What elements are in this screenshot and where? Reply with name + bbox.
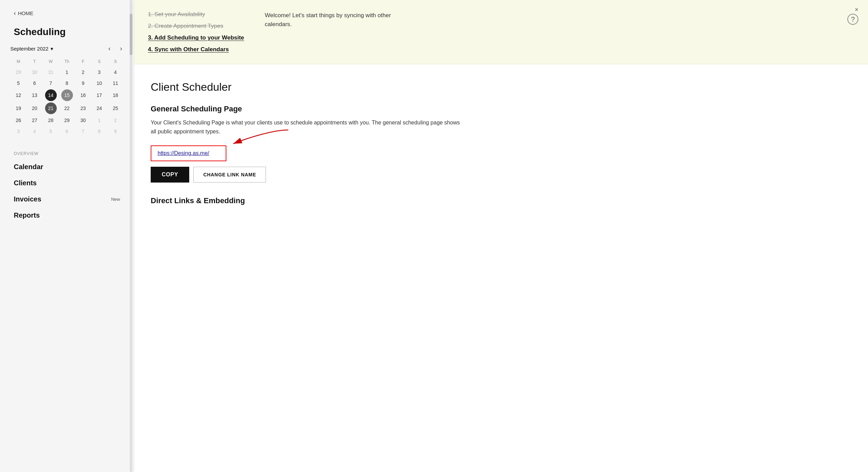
calendar-day[interactable]: 21 bbox=[45, 102, 57, 114]
calendar-weekdays: M T W Th F S S bbox=[10, 58, 124, 65]
weekday-tue: T bbox=[26, 58, 43, 65]
calendar-day[interactable]: 27 bbox=[26, 116, 43, 125]
calendar-day[interactable]: 1 bbox=[59, 67, 75, 77]
calendar-day[interactable]: 6 bbox=[26, 78, 43, 88]
calendar-day[interactable]: 29 bbox=[10, 67, 26, 77]
calendar-nav: ‹ › bbox=[107, 44, 124, 53]
back-arrow-icon: ‹ bbox=[14, 10, 16, 17]
calendar-day[interactable]: 19 bbox=[10, 102, 26, 114]
calendar-month-label[interactable]: September 2022 ▾ bbox=[10, 46, 53, 52]
calendar-day[interactable]: 9 bbox=[107, 127, 124, 136]
calendar-day[interactable]: 26 bbox=[10, 116, 26, 125]
calendar-days: 2930311234567891011121314151617181920212… bbox=[10, 67, 124, 136]
weekday-fri: F bbox=[75, 58, 91, 65]
welcome-row: 1. Set your Availability 2. Create Appoi… bbox=[148, 11, 854, 53]
url-row: https://Desing.as.me/ bbox=[151, 145, 851, 161]
scheduler-section: Client Scheduler General Scheduling Page… bbox=[134, 64, 868, 219]
calendar-day[interactable]: 17 bbox=[91, 89, 107, 101]
copy-button[interactable]: COPY bbox=[151, 167, 189, 183]
overview-label: OVERVIEW bbox=[0, 143, 134, 159]
calendar-day[interactable]: 12 bbox=[10, 89, 26, 101]
weekday-sun: S bbox=[107, 58, 124, 65]
welcome-description: Welcome! Let's start things by syncing w… bbox=[265, 11, 396, 53]
sidebar-item-calendar[interactable]: Calendar bbox=[0, 159, 134, 175]
sidebar-reports-label: Reports bbox=[14, 211, 40, 219]
sidebar-item-invoices[interactable]: Invoices New bbox=[0, 191, 134, 207]
weekday-wed: W bbox=[43, 58, 59, 65]
calendar-day[interactable]: 4 bbox=[107, 67, 124, 77]
calendar-day[interactable]: 20 bbox=[26, 102, 43, 114]
buttons-row: COPY CHANGE LINK NAME bbox=[151, 167, 851, 183]
calendar-day[interactable]: 31 bbox=[43, 67, 59, 77]
weekday-thu: Th bbox=[59, 58, 75, 65]
calendar-day[interactable]: 18 bbox=[107, 89, 124, 101]
calendar-day[interactable]: 1 bbox=[91, 116, 107, 125]
weekday-mon: M bbox=[10, 58, 26, 65]
calendar-day[interactable]: 13 bbox=[26, 89, 43, 101]
sidebar-clients-label: Clients bbox=[14, 179, 37, 187]
main-content: × ? 1. Set your Availability 2. Create A… bbox=[134, 0, 868, 472]
calendar-section: September 2022 ▾ ‹ › M T W Th F S S 2930… bbox=[0, 44, 134, 143]
general-scheduling-title: General Scheduling Page bbox=[151, 105, 851, 113]
step-1[interactable]: 1. Set your Availability bbox=[148, 11, 244, 18]
home-link[interactable]: ‹ HOME bbox=[0, 0, 134, 22]
calendar-day[interactable]: 9 bbox=[75, 78, 91, 88]
calendar-day[interactable]: 16 bbox=[75, 89, 91, 101]
calendar-day[interactable]: 5 bbox=[10, 78, 26, 88]
calendar-day[interactable]: 7 bbox=[43, 78, 59, 88]
sidebar-calendar-label: Calendar bbox=[14, 163, 43, 171]
welcome-steps: 1. Set your Availability 2. Create Appoi… bbox=[148, 11, 244, 53]
calendar-day[interactable]: 28 bbox=[43, 116, 59, 125]
sidebar-item-clients[interactable]: Clients bbox=[0, 175, 134, 191]
sidebar-scrollbar[interactable] bbox=[130, 0, 132, 472]
calendar-grid: M T W Th F S S 2930311234567891011121314… bbox=[10, 58, 124, 136]
calendar-next-button[interactable]: › bbox=[119, 44, 124, 53]
sidebar-title: Scheduling bbox=[0, 22, 134, 44]
calendar-day[interactable]: 15 bbox=[61, 89, 73, 101]
step-2[interactable]: 2. Create Appointment Types bbox=[148, 23, 244, 30]
direct-links-title: Direct Links & Embedding bbox=[151, 196, 851, 205]
chevron-down-icon: ▾ bbox=[51, 46, 53, 52]
sidebar-item-reports[interactable]: Reports bbox=[0, 207, 134, 223]
home-label: HOME bbox=[18, 10, 33, 16]
calendar-day[interactable]: 8 bbox=[59, 78, 75, 88]
calendar-day[interactable]: 8 bbox=[91, 127, 107, 136]
calendar-day[interactable]: 7 bbox=[75, 127, 91, 136]
invoices-badge: New bbox=[111, 197, 120, 202]
calendar-day[interactable]: 14 bbox=[45, 89, 57, 101]
step-3[interactable]: 3. Add Scheduling to your Website bbox=[148, 34, 244, 41]
welcome-banner: × ? 1. Set your Availability 2. Create A… bbox=[134, 0, 868, 64]
calendar-day[interactable]: 5 bbox=[43, 127, 59, 136]
calendar-day[interactable]: 30 bbox=[26, 67, 43, 77]
calendar-day[interactable]: 22 bbox=[59, 102, 75, 114]
calendar-day[interactable]: 29 bbox=[59, 116, 75, 125]
calendar-day[interactable]: 30 bbox=[75, 116, 91, 125]
calendar-day[interactable]: 23 bbox=[75, 102, 91, 114]
sidebar-invoices-label: Invoices bbox=[14, 195, 41, 203]
calendar-day[interactable]: 2 bbox=[107, 116, 124, 125]
weekday-sat: S bbox=[91, 58, 107, 65]
calendar-prev-button[interactable]: ‹ bbox=[107, 44, 112, 53]
calendar-day[interactable]: 24 bbox=[91, 102, 107, 114]
sidebar-scrollbar-thumb[interactable] bbox=[130, 14, 132, 55]
calendar-day[interactable]: 25 bbox=[107, 102, 124, 114]
scheduler-title: Client Scheduler bbox=[151, 81, 851, 94]
scheduling-url[interactable]: https://Desing.as.me/ bbox=[151, 145, 226, 161]
step-4[interactable]: 4. Sync with Other Calendars bbox=[148, 46, 244, 53]
calendar-day[interactable]: 11 bbox=[107, 78, 124, 88]
welcome-close-button[interactable]: × bbox=[855, 6, 858, 13]
general-scheduling-desc: Your Client's Scheduling Page is what yo… bbox=[151, 118, 460, 136]
calendar-day[interactable]: 4 bbox=[26, 127, 43, 136]
calendar-day[interactable]: 2 bbox=[75, 67, 91, 77]
change-link-button[interactable]: CHANGE LINK NAME bbox=[193, 167, 266, 183]
welcome-help-button[interactable]: ? bbox=[847, 14, 858, 25]
calendar-day[interactable]: 3 bbox=[91, 67, 107, 77]
calendar-header: September 2022 ▾ ‹ › bbox=[10, 44, 124, 53]
calendar-day[interactable]: 10 bbox=[91, 78, 107, 88]
calendar-day[interactable]: 3 bbox=[10, 127, 26, 136]
sidebar: ‹ HOME Scheduling September 2022 ▾ ‹ › M… bbox=[0, 0, 134, 472]
calendar-day[interactable]: 6 bbox=[59, 127, 75, 136]
